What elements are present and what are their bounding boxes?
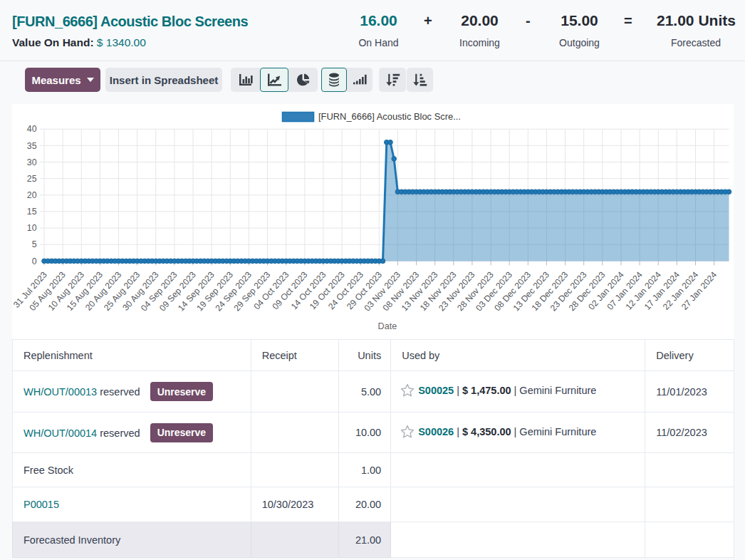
svg-text:15: 15 [27, 207, 37, 217]
svg-text:0: 0 [32, 256, 37, 266]
svg-text:5: 5 [32, 239, 37, 249]
svg-text:40: 40 [27, 124, 37, 134]
svg-text:30: 30 [27, 157, 37, 167]
svg-text:[FURN_6666] Acoustic Bloc Scre: [FURN_6666] Acoustic Bloc Scre... [318, 111, 461, 122]
svg-text:35: 35 [27, 141, 37, 151]
svg-text:Date: Date [378, 321, 397, 331]
svg-text:10: 10 [27, 223, 37, 233]
svg-text:20: 20 [27, 190, 37, 200]
svg-text:25: 25 [27, 174, 37, 184]
